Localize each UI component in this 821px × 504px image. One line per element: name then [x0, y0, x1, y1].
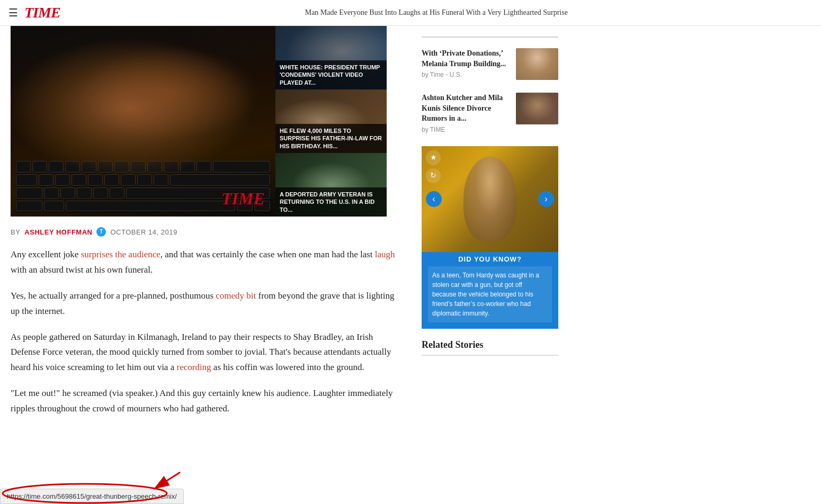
by-label: BY [11, 228, 20, 236]
related-stories-title: Related Stories [422, 339, 558, 356]
key [77, 187, 92, 199]
hamburger-icon[interactable]: ☰ [8, 6, 18, 19]
link-surprises-audience[interactable]: surprises the audience [81, 249, 160, 259]
header: ☰ TIME Man Made Everyone Bust Into Laugh… [0, 0, 821, 26]
hero-time-logo: TIME [221, 189, 265, 209]
key [147, 161, 162, 173]
key [44, 187, 59, 199]
hero-inner: TIME [11, 26, 275, 217]
sidebar-story-1-image [516, 48, 558, 80]
carousel-prev-button[interactable]: ‹ [426, 191, 442, 207]
key [44, 201, 64, 211]
header-left: ☰ TIME [8, 4, 60, 21]
key [131, 161, 146, 173]
key [114, 161, 129, 173]
key [16, 201, 42, 211]
did-you-know-label: DID YOU KNOW? [428, 255, 552, 263]
thumbnail-1[interactable]: WHITE HOUSE: PRESIDENT TRUMP 'CONDEMNS' … [275, 26, 387, 89]
key [180, 161, 195, 173]
key [121, 174, 136, 186]
hero-image: TIME [11, 26, 275, 217]
thumb-caption-1: WHITE HOUSE: PRESIDENT TRUMP 'CONDEMNS' … [275, 60, 387, 89]
key [55, 174, 70, 186]
key [60, 187, 75, 199]
logo[interactable]: TIME [24, 4, 60, 21]
main-content: TIME WHITE HOUSE: PRESIDENT TRUMP 'CONDE… [0, 26, 413, 448]
keyboard-row-1 [16, 161, 270, 173]
sidebar-divider [422, 37, 558, 38]
key [170, 174, 270, 186]
thumb-caption-3: A DEPORTED ARMY VETERAN IS RETURNING TO … [275, 187, 387, 217]
paragraph-3: As people gathered on Saturday in Kilman… [11, 330, 403, 376]
did-you-know-box: DID YOU KNOW? As a teen, Tom Hardy was c… [422, 250, 558, 329]
key [197, 161, 211, 173]
key [16, 187, 42, 199]
twitter-icon[interactable]: t [96, 227, 106, 237]
sidebar-story-1-title[interactable]: With ‘Private Donations,’ Melania Trump … [422, 48, 510, 69]
spacebar-key [66, 201, 235, 211]
key [88, 174, 103, 186]
did-you-know-text: As a teen, Tom Hardy was caught in a sto… [428, 266, 552, 322]
article-body: Any excellent joke surprises the audienc… [11, 247, 403, 417]
key [16, 161, 31, 173]
link-laugh[interactable]: laugh [375, 249, 395, 259]
sidebar-story-1: With ‘Private Donations,’ Melania Trump … [422, 48, 558, 80]
key [98, 161, 113, 173]
share-icon-btn[interactable]: ↻ [426, 168, 441, 183]
sidebar-story-2-title[interactable]: Ashton Kutcher and Mila Kunis Silence Di… [422, 93, 510, 124]
thumbnail-3[interactable]: A DEPORTED ARMY VETERAN IS RETURNING TO … [275, 153, 387, 217]
key [39, 174, 53, 186]
key [93, 187, 108, 199]
star-icon-btn[interactable]: ★ [426, 150, 441, 165]
thumb-caption-2: HE FLEW 4,000 MILES TO SURPRISE HIS FATH… [275, 124, 387, 153]
key [65, 161, 80, 173]
key [82, 161, 96, 173]
key [16, 174, 37, 186]
sidebar-story-2: Ashton Kutcher and Mila Kunis Silence Di… [422, 93, 558, 133]
key [104, 174, 119, 186]
hero-container: TIME WHITE HOUSE: PRESIDENT TRUMP 'CONDE… [11, 26, 403, 217]
link-recording[interactable]: recording [176, 362, 211, 372]
link-comedy-bit[interactable]: comedy bit [216, 291, 256, 301]
carousel-next-button[interactable]: › [538, 191, 554, 207]
sidebar-story-1-text: With ‘Private Donations,’ Melania Trump … [422, 48, 510, 78]
sidebar-story-1-by: by Time - U.S. [422, 71, 510, 78]
key [49, 161, 64, 173]
key [154, 174, 168, 186]
key [110, 187, 124, 199]
paragraph-4: "Let me out!" he screamed (via speaker.)… [11, 386, 403, 417]
keyboard-row-2 [16, 174, 270, 186]
key [137, 174, 152, 186]
header-title: Man Made Everyone Bust Into Laughs at Hi… [60, 8, 813, 17]
page-layout: TIME WHITE HOUSE: PRESIDENT TRUMP 'CONDE… [0, 26, 821, 448]
paragraph-1: Any excellent joke surprises the audienc… [11, 247, 403, 278]
key [213, 161, 270, 173]
author-link[interactable]: ASHLEY HOFFMAN [24, 228, 92, 236]
sidebar-story-2-text: Ashton Kutcher and Mila Kunis Silence Di… [422, 93, 510, 133]
key [72, 174, 86, 186]
right-sidebar: With ‘Private Donations,’ Melania Trump … [413, 26, 567, 448]
key [164, 161, 179, 173]
thumbnails-panel: WHITE HOUSE: PRESIDENT TRUMP 'CONDEMNS' … [275, 26, 387, 217]
thumbnail-2[interactable]: HE FLEW 4,000 MILES TO SURPRISE HIS FATH… [275, 89, 387, 153]
key [32, 161, 47, 173]
icon-container: ★ ↻ [426, 150, 441, 183]
paragraph-2: Yes, he actually arranged for a pre-plan… [11, 289, 403, 319]
article-date: OCTOBER 14, 2019 [110, 228, 177, 236]
sidebar-story-2-by: by TIME [422, 126, 510, 133]
article-meta: BY ASHLEY HOFFMAN t OCTOBER 14, 2019 [11, 227, 403, 237]
sidebar-story-2-image [516, 93, 558, 124]
did-you-know-container: ★ ↻ ‹ › DID YOU KNOW? As a teen, Tom Har… [422, 146, 558, 329]
